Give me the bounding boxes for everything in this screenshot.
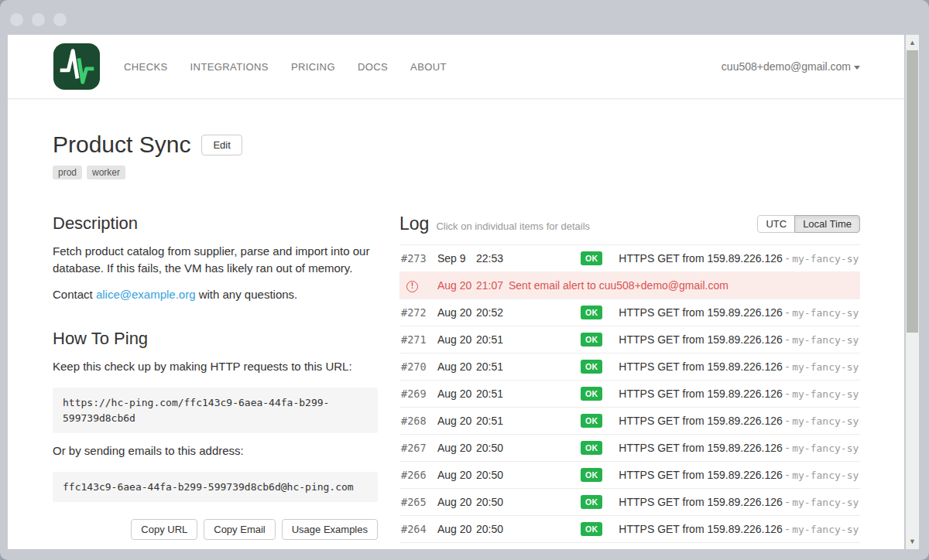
user-agent-text: my-fancy-sy... bbox=[792, 497, 860, 508]
ok-badge: OK bbox=[581, 414, 602, 428]
ping-number: #266 bbox=[401, 469, 437, 481]
ok-badge: OK bbox=[581, 387, 602, 401]
ping-number: #265 bbox=[401, 496, 437, 508]
nav-link[interactable]: PRICING bbox=[291, 61, 335, 73]
log-row[interactable]: #273 Sep 9 22:53 OK HTTPS GET from 159.8… bbox=[399, 244, 860, 271]
user-agent-text: my-fancy-sy... bbox=[792, 470, 860, 481]
alert-message: Sent email alert to cuu508+demo@gmail.co… bbox=[509, 279, 728, 292]
log-row[interactable]: #272 Aug 20 20:52 OK HTTPS GET from 159.… bbox=[399, 299, 860, 326]
exclamation-circle-icon: ! bbox=[406, 281, 418, 292]
alert-date: Aug 20 bbox=[437, 279, 476, 292]
nav-link[interactable]: ABOUT bbox=[410, 61, 447, 73]
log-row[interactable]: #264 Aug 20 20:50 OK HTTPS GET from 159.… bbox=[399, 515, 860, 542]
ping-date: Aug 20 bbox=[437, 523, 476, 535]
log-subtitle: Click on individual items for details bbox=[436, 220, 590, 234]
ping-detail: HTTPS GET from 159.89.226.126 - my-fancy… bbox=[619, 442, 860, 454]
ping-url-code[interactable]: https://hc-ping.com/ffc143c9-6aea-44fa-b… bbox=[53, 388, 378, 433]
ping-date: Aug 20 bbox=[437, 469, 476, 481]
ok-badge: OK bbox=[581, 468, 602, 482]
scrollbar-thumb[interactable] bbox=[907, 50, 918, 333]
ping-date: Aug 20 bbox=[437, 496, 476, 508]
ping-number: #269 bbox=[401, 388, 437, 400]
ok-badge: OK bbox=[581, 495, 602, 509]
nav-link[interactable]: INTEGRATIONS bbox=[190, 61, 269, 73]
ping-detail: HTTPS GET from 159.89.226.126 - my-fancy… bbox=[619, 469, 860, 481]
ping-date: Aug 20 bbox=[437, 415, 476, 427]
account-menu[interactable]: cuu508+demo@gmail.com bbox=[722, 60, 860, 73]
healthchecks-logo-icon[interactable] bbox=[53, 43, 101, 90]
ok-badge: OK bbox=[581, 360, 602, 374]
ping-action-button[interactable]: Usage Examples bbox=[282, 519, 378, 540]
ping-action-button[interactable]: Copy Email bbox=[204, 519, 275, 540]
window-titlebar bbox=[0, 0, 929, 35]
ok-badge: OK bbox=[581, 333, 602, 347]
ping-number: #264 bbox=[401, 523, 437, 535]
ping-date: Sep 9 bbox=[437, 252, 476, 265]
user-agent-text: my-fancy-sy... bbox=[792, 442, 860, 454]
ping-date: Aug 20 bbox=[437, 442, 476, 454]
ping-number: #272 bbox=[401, 306, 437, 319]
description-text: Fetch product catalog from supplier, par… bbox=[53, 243, 378, 277]
account-email: cuu508+demo@gmail.com bbox=[722, 60, 851, 73]
ping-time: 20:50 bbox=[476, 523, 509, 535]
description-heading: Description bbox=[53, 213, 378, 234]
ping-detail: HTTPS GET from 159.89.226.126 - my-fancy… bbox=[619, 523, 860, 535]
ping-detail: HTTPS GET from 159.89.226.126 - my-fancy… bbox=[619, 333, 860, 346]
log-row[interactable]: #269 Aug 20 20:51 OK HTTPS GET from 159.… bbox=[399, 380, 860, 407]
ping-action-button[interactable]: Copy URL bbox=[131, 519, 197, 540]
window-dot[interactable] bbox=[53, 13, 67, 26]
ping-email-code[interactable]: ffc143c9-6aea-44fa-b299-599739d8cb6d@hc-… bbox=[53, 472, 378, 503]
window-dot[interactable] bbox=[32, 13, 45, 26]
scroll-down-arrow-icon[interactable]: ▼ bbox=[906, 535, 919, 548]
log-row[interactable]: #271 Aug 20 20:51 OK HTTPS GET from 159.… bbox=[399, 326, 860, 353]
log-row[interactable]: #267 Aug 20 20:50 OK HTTPS GET from 159.… bbox=[399, 434, 860, 461]
edit-button[interactable]: Edit bbox=[201, 135, 242, 155]
how-to-ping-heading: How To Ping bbox=[53, 329, 378, 349]
ping-date: Aug 20 bbox=[437, 388, 476, 400]
ok-badge: OK bbox=[581, 441, 602, 455]
nav-link[interactable]: CHECKS bbox=[124, 61, 168, 73]
ping-time: 22:53 bbox=[476, 252, 509, 265]
contact-email-link[interactable]: alice@example.org bbox=[96, 288, 196, 301]
user-agent-text: my-fancy-sy... bbox=[792, 415, 860, 427]
page-scrollbar[interactable]: ▲ ▼ bbox=[906, 35, 919, 549]
nav-links: CHECKSINTEGRATIONSPRICINGDOCSABOUT bbox=[124, 61, 447, 73]
window-dot[interactable] bbox=[10, 13, 23, 26]
tag: worker bbox=[87, 166, 125, 179]
navbar: CHECKSINTEGRATIONSPRICINGDOCSABOUT cuu50… bbox=[8, 35, 904, 99]
tag: prod bbox=[53, 166, 82, 179]
email-instruction: Or by sending emails to this address: bbox=[53, 442, 378, 459]
contact-line: Contact alice@example.org with any quest… bbox=[53, 286, 378, 303]
ping-time: 20:51 bbox=[476, 388, 509, 400]
ping-buttons: Copy URLCopy EmailUsage Examples bbox=[53, 519, 378, 540]
utc-toggle-button[interactable]: UTC bbox=[757, 215, 795, 233]
ping-detail: HTTPS GET from 159.89.226.126 - my-fancy… bbox=[619, 496, 860, 508]
alert-icon-cell: ! bbox=[401, 278, 437, 292]
user-agent-text: my-fancy-sy... bbox=[792, 388, 860, 400]
ping-time: 20:52 bbox=[476, 306, 509, 319]
ping-date: Aug 20 bbox=[437, 360, 476, 373]
nav-link[interactable]: DOCS bbox=[358, 61, 388, 73]
log-row[interactable]: #266 Aug 20 20:50 OK HTTPS GET from 159.… bbox=[399, 461, 860, 488]
local-time-toggle-button[interactable]: Local Time bbox=[794, 215, 860, 233]
ping-detail: HTTPS GET from 159.89.226.126 - my-fancy… bbox=[619, 360, 860, 373]
user-agent-text: my-fancy-sy... bbox=[792, 253, 860, 265]
ping-time: 20:51 bbox=[476, 360, 509, 373]
log-row[interactable]: #263 Aug 20 20:49 OK HTTPS GET from 159.… bbox=[399, 542, 860, 549]
scroll-up-arrow-icon[interactable]: ▲ bbox=[906, 36, 919, 49]
window-controls[interactable] bbox=[10, 13, 67, 26]
log-row[interactable]: #268 Aug 20 20:51 OK HTTPS GET from 159.… bbox=[399, 407, 860, 434]
ping-number: #271 bbox=[401, 333, 437, 346]
log-row[interactable]: #270 Aug 20 20:51 OK HTTPS GET from 159.… bbox=[399, 353, 860, 380]
http-instruction: Keep this check up by making HTTP reques… bbox=[53, 358, 378, 375]
log-row-alert[interactable]: ! Aug 20 21:07 Sent email alert to cuu50… bbox=[399, 271, 860, 299]
log-table: #273 Sep 9 22:53 OK HTTPS GET from 159.8… bbox=[399, 244, 860, 549]
ping-number: #270 bbox=[401, 360, 437, 373]
ping-time: 20:51 bbox=[476, 333, 509, 346]
ping-time: 20:50 bbox=[476, 469, 509, 481]
log-row[interactable]: #265 Aug 20 20:50 OK HTTPS GET from 159.… bbox=[399, 488, 860, 515]
ping-number: #268 bbox=[401, 415, 437, 427]
ping-number: #273 bbox=[401, 252, 437, 265]
user-agent-text: my-fancy-sy... bbox=[792, 524, 860, 535]
ping-detail: HTTPS GET from 159.89.226.126 - my-fancy… bbox=[619, 415, 860, 427]
